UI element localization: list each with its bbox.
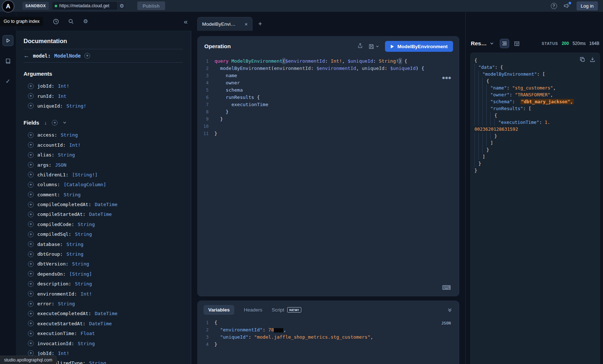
collapse-variables-button[interactable] bbox=[447, 307, 452, 313]
response-menu-button[interactable] bbox=[490, 41, 494, 46]
settings-button[interactable]: ⚙ bbox=[83, 18, 89, 25]
add-to-operation-icon[interactable]: + bbox=[28, 142, 34, 148]
new-tab-button[interactable]: + bbox=[258, 21, 262, 27]
add-to-operation-icon[interactable]: + bbox=[28, 93, 34, 99]
collapse-panel-button[interactable]: « bbox=[184, 18, 188, 25]
add-to-operation-icon[interactable]: + bbox=[28, 311, 34, 317]
search-button[interactable] bbox=[68, 18, 74, 24]
graphql-code-line[interactable]: 5 schema bbox=[198, 87, 459, 94]
endpoint-url-input[interactable]: https://metadata.cloud.get ⚙ bbox=[52, 1, 126, 10]
doc-field-row[interactable]: +compileStartedAt:DateTime bbox=[24, 209, 183, 219]
doc-field-row[interactable]: +dependsOn:[String] bbox=[24, 269, 183, 279]
graphql-code-line[interactable]: 8 } bbox=[198, 108, 459, 116]
announcements-button[interactable] bbox=[564, 3, 570, 9]
doc-field-row[interactable]: +compiledSql:String bbox=[24, 229, 183, 239]
variables-code-line[interactable]: 4} bbox=[198, 341, 459, 348]
back-button[interactable]: ← bbox=[24, 53, 29, 59]
doc-field-row[interactable]: +access:String bbox=[24, 130, 183, 140]
graphql-editor[interactable]: 1query ModelByEnvironment($environmentId… bbox=[198, 55, 459, 137]
add-to-operation-icon[interactable]: + bbox=[28, 182, 34, 188]
checklist-rail-button[interactable]: ✓ bbox=[3, 76, 13, 87]
doc-field-row[interactable]: +executeCompletedAt:DateTime bbox=[24, 309, 183, 318]
graphql-code-line[interactable]: 2 modelByEnvironment(environmentId: $env… bbox=[198, 65, 459, 72]
doc-field-row[interactable]: +error:String bbox=[24, 299, 183, 309]
download-response-button[interactable] bbox=[590, 57, 595, 64]
login-button[interactable]: Log in bbox=[577, 1, 598, 11]
doc-field-row[interactable]: +environmentId:Int! bbox=[24, 289, 183, 298]
add-to-operation-icon[interactable]: + bbox=[28, 212, 34, 217]
graphql-code-line[interactable]: 10 bbox=[198, 123, 459, 130]
share-operation-button[interactable] bbox=[357, 43, 363, 50]
close-tab-button[interactable]: × bbox=[244, 21, 248, 27]
publish-button[interactable]: Publish bbox=[137, 1, 165, 10]
variables-code-line[interactable]: 3 "uniqueId": "model.jaffle_shop_metrics… bbox=[198, 334, 459, 341]
add-to-operation-icon[interactable]: + bbox=[28, 291, 34, 297]
add-to-operation-icon[interactable]: + bbox=[28, 152, 34, 158]
add-to-operation-icon[interactable]: + bbox=[28, 331, 34, 336]
variables-editor[interactable]: JSON 1{2 "environmentId": 78,3 "uniqueId… bbox=[198, 317, 459, 348]
add-to-operation-icon[interactable]: + bbox=[28, 271, 34, 277]
tab-variables[interactable]: Variables bbox=[204, 305, 234, 315]
doc-field-row[interactable]: +description:String bbox=[24, 279, 183, 289]
add-to-operation-icon[interactable]: + bbox=[28, 251, 34, 257]
add-to-operation-icon[interactable]: + bbox=[28, 231, 34, 237]
explorer-rail-button[interactable] bbox=[3, 35, 13, 46]
line-options-button[interactable]: ●●● bbox=[442, 74, 452, 81]
add-type-icon[interactable]: + bbox=[84, 53, 90, 59]
apollo-logo[interactable]: A bbox=[2, 0, 14, 13]
add-to-operation-icon[interactable]: + bbox=[28, 132, 34, 138]
doc-field-row[interactable]: +args:JSON bbox=[24, 160, 183, 170]
collections-rail-button[interactable] bbox=[3, 55, 13, 66]
add-all-fields-icon[interactable]: + bbox=[52, 120, 58, 126]
add-to-operation-icon[interactable]: + bbox=[28, 83, 34, 89]
graphql-code-line[interactable]: 11} bbox=[198, 130, 459, 137]
add-to-operation-icon[interactable]: + bbox=[28, 340, 34, 346]
doc-field-row[interactable]: +comment:String bbox=[24, 190, 183, 200]
doc-field-row[interactable]: +invocationId:String bbox=[24, 338, 183, 348]
save-operation-button[interactable] bbox=[369, 44, 379, 49]
doc-field-row[interactable]: +compiledCode:String bbox=[24, 219, 183, 229]
operation-tab[interactable]: ModelByEnvi… × bbox=[197, 17, 252, 31]
endpoint-settings-button[interactable]: ⚙ bbox=[117, 1, 126, 10]
add-to-operation-icon[interactable]: + bbox=[28, 162, 34, 168]
doc-field-row[interactable]: +columns:[CatalogColumn] bbox=[24, 180, 183, 189]
doc-field-row[interactable]: +dbtVersion:String bbox=[24, 259, 183, 269]
doc-argument-row[interactable]: +runId:Int bbox=[24, 91, 183, 101]
graphql-code-line[interactable]: 7 executionTime bbox=[198, 101, 459, 108]
help-icon[interactable]: ? bbox=[551, 3, 557, 9]
doc-field-row[interactable]: +compileCompletedAt:DateTime bbox=[24, 200, 183, 209]
add-to-operation-icon[interactable]: + bbox=[28, 103, 34, 109]
doc-model-name[interactable]: ModelNode bbox=[54, 53, 81, 59]
doc-field-row[interactable]: +accountId:Int! bbox=[24, 140, 183, 150]
add-to-operation-icon[interactable]: + bbox=[28, 241, 34, 247]
add-to-operation-icon[interactable]: + bbox=[28, 261, 34, 267]
doc-argument-row[interactable]: +jobId:Int! bbox=[24, 81, 183, 91]
doc-field-row[interactable]: +executionTime:Float bbox=[24, 329, 183, 338]
doc-field-row[interactable]: +childrenL1:[String!] bbox=[24, 170, 183, 180]
add-to-operation-icon[interactable]: + bbox=[28, 192, 34, 197]
graphql-code-line[interactable]: 1query ModelByEnvironment($environmentId… bbox=[198, 58, 459, 65]
doc-argument-row[interactable]: +uniqueId:String! bbox=[24, 101, 183, 111]
add-to-operation-icon[interactable]: + bbox=[28, 301, 34, 307]
doc-field-row[interactable]: +alias:String bbox=[24, 150, 183, 160]
variables-code-line[interactable]: 1{ bbox=[198, 319, 459, 326]
history-button[interactable] bbox=[53, 18, 59, 25]
variables-code-line[interactable]: 2 "environmentId": 78, bbox=[198, 326, 459, 334]
graphql-code-line[interactable]: 6 runResults { bbox=[198, 94, 459, 101]
tab-headers[interactable]: Headers bbox=[244, 307, 262, 313]
response-tree-view-button[interactable] bbox=[500, 39, 509, 48]
copy-response-button[interactable] bbox=[580, 57, 585, 64]
graphql-code-line[interactable]: 3 name bbox=[198, 72, 459, 79]
graphql-code-line[interactable]: 4 owner bbox=[198, 79, 459, 87]
doc-field-row[interactable]: +database:String bbox=[24, 239, 183, 249]
sort-fields-button[interactable]: ↓ bbox=[44, 120, 47, 126]
doc-field-row[interactable]: +executeStartedAt:DateTime bbox=[24, 319, 183, 329]
add-to-operation-icon[interactable]: + bbox=[28, 321, 34, 326]
keyboard-shortcuts-button[interactable]: ⌨ bbox=[442, 284, 451, 292]
add-to-operation-icon[interactable]: + bbox=[28, 172, 34, 177]
doc-field-row[interactable]: +dbtGroup:String bbox=[24, 249, 183, 259]
run-operation-button[interactable]: ModelByEnvironment bbox=[385, 41, 453, 52]
fields-options-button[interactable] bbox=[63, 121, 67, 125]
response-table-view-button[interactable] bbox=[512, 39, 522, 48]
add-to-operation-icon[interactable]: + bbox=[28, 202, 34, 208]
